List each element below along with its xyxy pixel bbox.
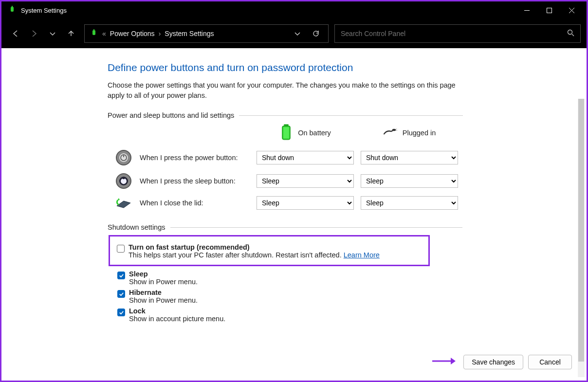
content-pane: Define power buttons and turn on passwor… — [1, 48, 587, 379]
page-description: Choose the power settings that you want … — [108, 80, 468, 101]
minimize-button[interactable] — [515, 1, 538, 19]
plug-icon — [383, 128, 398, 137]
vertical-scrollbar[interactable] — [578, 99, 585, 377]
close-button[interactable] — [560, 1, 583, 19]
sleep-button-icon — [108, 173, 140, 189]
lid-label: When I close the lid: — [140, 199, 257, 207]
sleep-button-on-battery-select[interactable]: Sleep — [257, 174, 354, 188]
svg-rect-8 — [283, 127, 289, 138]
lid-plugged-in-select[interactable]: Sleep — [361, 196, 458, 210]
column-plugged-in: Plugged in — [361, 128, 458, 137]
fast-startup-desc: This helps start your PC faster after sh… — [129, 251, 380, 259]
up-button[interactable] — [63, 25, 79, 42]
address-dropdown[interactable] — [290, 26, 305, 41]
svg-rect-2 — [547, 8, 551, 13]
sleep-button-label: When I press the sleep button: — [140, 177, 257, 185]
fast-startup-checkbox[interactable] — [117, 245, 125, 253]
lid-icon — [108, 196, 140, 210]
breadcrumb-system-settings[interactable]: System Settings — [165, 30, 214, 37]
svg-point-5 — [568, 30, 572, 35]
nav-toolbar: « Power Options › System Settings — [1, 19, 587, 48]
breadcrumb-overflow-icon[interactable]: « — [102, 30, 106, 37]
search-input[interactable] — [341, 30, 567, 37]
sleep-option-desc: Show in Power menu. — [129, 278, 198, 286]
cancel-button[interactable]: Cancel — [528, 355, 572, 369]
maximize-button[interactable] — [538, 1, 560, 19]
column-on-battery: On battery — [257, 123, 354, 143]
search-icon[interactable] — [567, 29, 574, 38]
back-button[interactable] — [7, 25, 24, 42]
window-title: System Settings — [21, 7, 67, 14]
section-power-sleep-label: Power and sleep buttons and lid settings — [108, 111, 587, 119]
svg-rect-0 — [11, 7, 14, 12]
hibernate-option-desc: Show in Power menu. — [129, 296, 198, 304]
annotation-highlight-box: Turn on fast startup (recommended) This … — [109, 235, 430, 266]
recent-dropdown[interactable] — [44, 25, 61, 42]
scrollbar-thumb[interactable] — [578, 99, 584, 362]
svg-rect-4 — [93, 29, 94, 31]
lid-on-battery-select[interactable]: Sleep — [257, 196, 354, 210]
search-bar[interactable] — [334, 24, 581, 43]
sleep-option-label: Sleep — [129, 270, 198, 278]
annotation-arrow-icon — [431, 354, 456, 369]
sleep-checkbox[interactable] — [117, 272, 125, 279]
svg-rect-3 — [92, 30, 95, 35]
section-shutdown-label: Shutdown settings — [108, 223, 587, 231]
save-changes-button[interactable]: Save changes — [463, 355, 523, 369]
sleep-button-plugged-in-select[interactable]: Sleep — [361, 174, 458, 188]
address-icon — [90, 29, 98, 39]
battery-icon — [279, 123, 293, 143]
page-title: Define power buttons and turn on passwor… — [108, 62, 587, 73]
power-button-on-battery-select[interactable]: Shut down — [257, 151, 354, 164]
power-button-label: When I press the power button: — [140, 154, 257, 162]
lock-option-label: Lock — [129, 307, 225, 315]
hibernate-option-label: Hibernate — [129, 289, 198, 296]
power-button-icon — [108, 149, 140, 166]
address-bar[interactable]: « Power Options › System Settings — [84, 24, 329, 43]
svg-point-9 — [392, 129, 396, 131]
breadcrumb-power-options[interactable]: Power Options — [110, 30, 155, 37]
lock-checkbox[interactable] — [117, 309, 125, 316]
hibernate-checkbox[interactable] — [117, 290, 125, 298]
fast-startup-label: Turn on fast startup (recommended) — [129, 243, 380, 251]
app-icon — [8, 6, 16, 15]
power-button-plugged-in-select[interactable]: Shut down — [361, 151, 458, 164]
learn-more-link[interactable]: Learn More — [344, 251, 380, 259]
title-bar: System Settings — [1, 1, 587, 19]
forward-button[interactable] — [26, 25, 42, 42]
svg-rect-1 — [12, 6, 13, 7]
refresh-button[interactable] — [309, 26, 323, 41]
chevron-right-icon: › — [159, 30, 161, 37]
lock-option-desc: Show in account picture menu. — [129, 315, 225, 323]
